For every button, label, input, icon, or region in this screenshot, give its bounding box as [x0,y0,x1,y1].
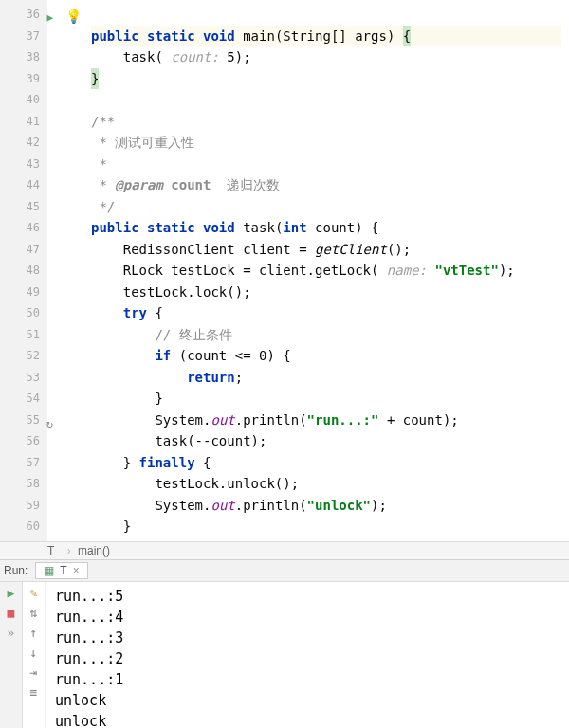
arrow-up-icon[interactable]: ↑ [30,626,38,640]
console-line: run...:3 [55,629,123,646]
layout-icon[interactable]: ≡ [30,685,38,700]
code-editor[interactable]: 36 ▶ 💡 37 38 39 40 41 42 43 44 45 46 47 … [0,0,569,541]
application-icon: ▦ [44,564,54,577]
breadcrumb-item[interactable]: T [47,544,54,557]
scroll-up-down-icon[interactable]: ⇅ [30,606,38,620]
recursive-call-icon: ↻ [46,413,53,435]
run-config-tab[interactable]: ▦ T × [35,562,87,579]
run-header: Run: ▦ T × [0,560,569,582]
run-label: Run: [4,564,28,577]
console-line: run...:5 [55,588,123,605]
close-icon[interactable]: × [73,564,80,577]
soft-wrap-icon[interactable]: ⇥ [30,665,38,680]
line-number-gutter: 36 ▶ 💡 37 38 39 40 41 42 43 44 45 46 47 … [0,0,47,541]
brace-match: } [91,68,99,90]
parameter-hint: count: [163,49,227,64]
run-tool-window: Run: ▦ T × ▶ ■ » ✎ ⇅ ↑ ↓ ⇥ ≡ run...:5 ru… [0,559,569,728]
console-line: unlock [55,713,106,728]
intention-bulb-icon[interactable]: 💡 [65,6,82,27]
run-toolbar-primary: ▶ ■ » [0,582,23,728]
console-line: unlock [55,692,106,709]
console-line: run...:2 [55,650,123,667]
javadoc-comment: /** [91,114,115,129]
code-keyword: public static void [91,28,235,44]
stop-icon[interactable]: ■ [8,606,15,620]
rerun-icon[interactable]: ▶ [8,586,15,600]
breadcrumbs[interactable]: T › main() [0,541,569,559]
parameter-hint: name: [378,263,434,278]
run-toolbar-secondary: ✎ ⇅ ↑ ↓ ⇥ ≡ [23,582,46,728]
arrow-down-icon[interactable]: ↓ [30,646,38,660]
pencil-icon[interactable]: ✎ [30,586,38,600]
console-output[interactable]: run...:5 run...:4 run...:3 run...:2 run.… [46,582,569,728]
fold-column[interactable] [47,0,64,541]
console-line: run...:4 [55,609,123,626]
chevron-right-icon: › [67,544,71,557]
code-area[interactable]: public static void main(String[] args) {… [64,0,569,541]
more-icon[interactable]: » [8,626,15,640]
breadcrumb-item[interactable]: main() [78,544,110,557]
run-gutter-icon[interactable]: ▶ [46,8,53,29]
console-line: run...:1 [55,671,123,688]
